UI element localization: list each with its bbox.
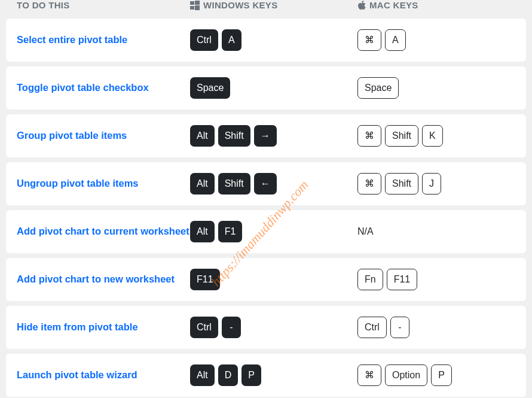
windows-keys: Ctrl- xyxy=(190,317,357,338)
windows-icon xyxy=(190,1,200,10)
mac-keys: FnF11 xyxy=(357,269,515,290)
key-dark: A xyxy=(222,29,241,51)
key-light: Option xyxy=(385,364,427,386)
key-dark: Alt xyxy=(190,364,215,386)
table-row: Ungroup pivot table itemsAltShift←⌘Shift… xyxy=(6,162,526,205)
table-row: Hide item from pivot tableCtrl-Ctrl- xyxy=(6,306,526,349)
windows-keys: AltShift→ xyxy=(190,125,357,147)
action-link[interactable]: Hide item from pivot table xyxy=(17,321,138,332)
key-light: ⌘ xyxy=(357,29,381,51)
mac-keys: Space xyxy=(357,77,515,99)
key-dark: D xyxy=(218,364,239,386)
na-text: N/A xyxy=(357,226,374,237)
windows-keys: AltShift← xyxy=(190,173,357,195)
key-light: Fn xyxy=(357,269,383,290)
svg-rect-0 xyxy=(190,1,194,5)
action-link[interactable]: Select entire pivot table xyxy=(17,34,127,45)
key-light: K xyxy=(422,125,443,147)
mac-keys: ⌘ShiftJ xyxy=(357,173,515,195)
key-dark: Alt xyxy=(190,173,215,195)
svg-rect-2 xyxy=(190,6,194,10)
key-light: Shift xyxy=(385,173,418,195)
key-light: ⌘ xyxy=(357,364,381,386)
mac-keys: ⌘OptionP xyxy=(357,364,515,386)
key-dark: Alt xyxy=(190,221,215,242)
windows-keys: Space xyxy=(190,77,357,99)
key-dark: Space xyxy=(190,77,230,99)
table-row: Select entire pivot tableCtrlA⌘A xyxy=(6,19,526,62)
key-light: Shift xyxy=(385,125,418,147)
windows-keys: CtrlA xyxy=(190,29,357,51)
table-row: Launch pivot table wizardAltDP⌘OptionP xyxy=(6,354,526,397)
mac-keys: ⌘A xyxy=(357,29,515,51)
shortcuts-table: To Do This Windows Keys Mac Keys Select … xyxy=(0,0,532,397)
mac-keys: N/A xyxy=(357,226,515,237)
windows-keys: F11 xyxy=(190,269,357,290)
key-dark: F11 xyxy=(190,269,220,290)
key-dark: Shift xyxy=(218,173,250,195)
key-dark: - xyxy=(222,317,241,338)
action-link[interactable]: Group pivot table items xyxy=(17,130,127,141)
header-windows: Windows Keys xyxy=(190,0,357,10)
windows-keys: AltDP xyxy=(190,364,357,386)
header-mac: Mac Keys xyxy=(357,0,515,10)
key-dark: Ctrl xyxy=(190,29,218,51)
table-row: Add pivot chart to new worksheetF11FnF11 xyxy=(6,258,526,301)
key-dark: F1 xyxy=(218,221,243,242)
header-action: To Do This xyxy=(17,0,190,10)
table-header-row: To Do This Windows Keys Mac Keys xyxy=(6,0,526,16)
header-windows-label: Windows Keys xyxy=(203,0,277,10)
table-row: Toggle pivot table checkboxSpaceSpace xyxy=(6,66,526,110)
key-light: J xyxy=(422,173,441,195)
svg-rect-3 xyxy=(195,5,200,10)
key-dark: → xyxy=(254,125,277,147)
action-link[interactable]: Launch pivot table wizard xyxy=(17,369,137,380)
mac-keys: ⌘ShiftK xyxy=(357,125,515,147)
table-row: Add pivot chart to current worksheetAltF… xyxy=(6,210,526,253)
action-link[interactable]: Add pivot chart to new worksheet xyxy=(17,274,175,284)
header-mac-label: Mac Keys xyxy=(369,0,418,10)
key-dark: P xyxy=(241,364,261,386)
key-light: Space xyxy=(357,77,399,99)
action-link[interactable]: Toggle pivot table checkbox xyxy=(17,82,149,93)
key-dark: Shift xyxy=(218,125,250,147)
key-dark: Ctrl xyxy=(190,317,218,338)
key-dark: Alt xyxy=(190,125,215,147)
mac-keys: Ctrl- xyxy=(357,317,515,338)
key-light: - xyxy=(390,317,409,338)
key-light: A xyxy=(385,29,406,51)
key-dark: ← xyxy=(254,173,277,195)
action-link[interactable]: Add pivot chart to current worksheet xyxy=(17,226,189,236)
key-light: ⌘ xyxy=(357,173,381,195)
key-light: F11 xyxy=(387,269,418,290)
windows-keys: AltF1 xyxy=(190,221,357,242)
apple-icon xyxy=(357,1,366,10)
key-light: Ctrl xyxy=(357,317,387,338)
svg-rect-1 xyxy=(195,1,200,5)
action-link[interactable]: Ungroup pivot table items xyxy=(17,178,139,189)
key-light: ⌘ xyxy=(357,125,381,147)
header-action-label: To Do This xyxy=(17,0,70,10)
table-row: Group pivot table itemsAltShift→⌘ShiftK xyxy=(6,114,526,157)
key-light: P xyxy=(431,364,452,386)
